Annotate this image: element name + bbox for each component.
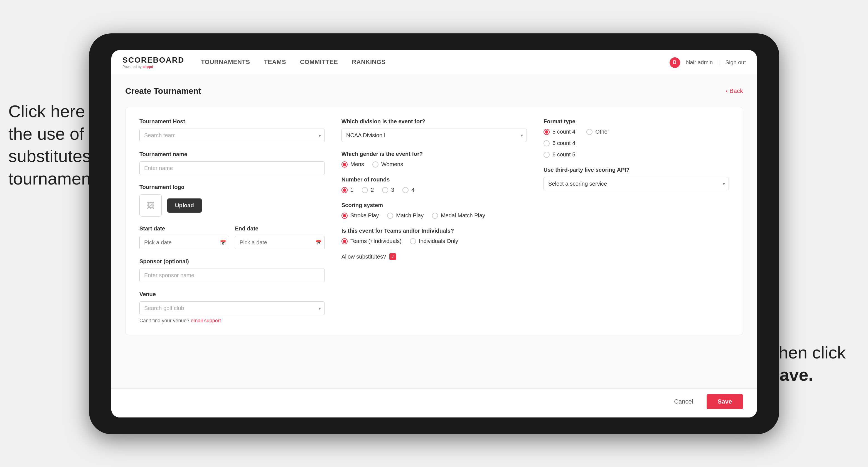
venue-input[interactable] <box>140 302 325 315</box>
rounds-4-radio[interactable] <box>402 187 408 193</box>
tournament-name-section: Tournament name <box>140 151 325 175</box>
rounds-section: Number of rounds 1 2 <box>341 177 527 193</box>
nav-links: TOURNAMENTS TEAMS COMMITTEE RANKINGS <box>201 58 669 67</box>
tournament-logo-section: Tournament logo 🖼 Upload <box>140 184 325 217</box>
teams-radio[interactable] <box>341 238 348 244</box>
gender-mens-radio[interactable] <box>341 161 348 167</box>
rounds-4-label: 4 <box>411 187 414 193</box>
scoring-medal-radio[interactable] <box>432 213 438 219</box>
col-3: Format type 5 count 4 Other <box>544 118 729 324</box>
scoring-api-section: Use third-party live scoring API? Select… <box>544 167 729 190</box>
back-link[interactable]: ‹ Back <box>726 87 743 95</box>
logo-upload-area: 🖼 Upload <box>140 194 325 217</box>
venue-email-link[interactable]: email support <box>191 318 221 323</box>
format-row-2: 6 count 4 <box>544 140 729 146</box>
sign-out-link[interactable]: Sign out <box>725 59 746 66</box>
end-date-section: End date 📅 <box>235 225 325 249</box>
teams-radio-group: Teams (+Individuals) Individuals Only <box>341 238 527 244</box>
nav-tournaments[interactable]: TOURNAMENTS <box>201 58 250 67</box>
scoring-match[interactable]: Match Play <box>387 212 424 219</box>
gender-womens-label: Womens <box>381 161 403 167</box>
individuals-radio[interactable] <box>410 238 416 244</box>
rounds-1-label: 1 <box>350 187 353 193</box>
cancel-button[interactable]: Cancel <box>666 394 701 409</box>
end-date-input[interactable] <box>235 236 325 249</box>
logo-placeholder: 🖼 <box>140 194 162 217</box>
start-date-label: Start date <box>140 225 229 232</box>
venue-hint: Can't find your venue? email support <box>140 318 325 324</box>
start-date-input[interactable] <box>140 236 229 249</box>
sponsor-input[interactable] <box>140 269 325 282</box>
teams-section: Is this event for Teams and/or Individua… <box>341 228 527 244</box>
start-date-section: Start date 📅 <box>140 225 229 249</box>
nav-rankings[interactable]: RANKINGS <box>352 58 385 67</box>
start-date-calendar-icon: 📅 <box>220 240 226 246</box>
scoring-match-radio[interactable] <box>387 213 393 219</box>
rounds-4[interactable]: 4 <box>402 187 414 193</box>
tournament-name-input[interactable] <box>140 161 325 175</box>
scoring-label: Scoring system <box>341 202 527 209</box>
nav-committee[interactable]: COMMITTEE <box>300 58 338 67</box>
scoring-service-select[interactable]: Select a scoring service <box>544 177 729 190</box>
nav-teams[interactable]: TEAMS <box>264 58 286 67</box>
tournament-name-label: Tournament name <box>140 151 325 158</box>
venue-label: Venue <box>140 291 325 298</box>
format-6count4-radio[interactable] <box>544 140 550 146</box>
individuals-only[interactable]: Individuals Only <box>410 238 458 244</box>
col-2: Which division is the event for? NCAA Di… <box>341 118 527 324</box>
logo-scoreboard: SCOREBOARD <box>122 56 184 64</box>
date-row: Start date 📅 End date <box>140 225 325 249</box>
division-label: Which division is the event for? <box>341 118 527 125</box>
scoring-stroke-label: Stroke Play <box>350 212 379 219</box>
format-5count4-radio[interactable] <box>544 129 550 135</box>
rounds-3-radio[interactable] <box>382 187 388 193</box>
tournament-host-wrap: ▾ <box>140 129 325 142</box>
nav-right: B blair admin | Sign out <box>670 57 746 68</box>
format-6count5-radio[interactable] <box>544 152 550 158</box>
rounds-1[interactable]: 1 <box>341 187 353 193</box>
tablet-device: SCOREBOARD Powered by clippd TOURNAMENTS… <box>89 33 779 434</box>
scoring-match-label: Match Play <box>396 212 424 219</box>
end-date-wrap: 📅 <box>235 236 325 249</box>
format-row-3: 6 count 5 <box>544 151 729 158</box>
sponsor-label: Sponsor (optional) <box>140 258 325 265</box>
gender-womens[interactable]: Womens <box>372 161 403 167</box>
scoring-section: Scoring system Stroke Play Match Play <box>341 202 527 219</box>
end-date-label: End date <box>235 225 325 232</box>
rounds-3[interactable]: 3 <box>382 187 394 193</box>
format-6count4[interactable]: 6 count 4 <box>544 140 575 146</box>
user-name: blair admin <box>686 59 713 66</box>
scoring-medal[interactable]: Medal Match Play <box>432 212 485 219</box>
scoring-stroke[interactable]: Stroke Play <box>341 212 379 219</box>
tablet-screen: SCOREBOARD Powered by clippd TOURNAMENTS… <box>111 50 757 417</box>
rounds-2-radio[interactable] <box>362 187 368 193</box>
save-button[interactable]: Save <box>707 394 743 409</box>
gender-womens-radio[interactable] <box>372 161 378 167</box>
rounds-3-label: 3 <box>391 187 394 193</box>
upload-button[interactable]: Upload <box>167 198 202 213</box>
format-label: Format type <box>544 118 729 125</box>
rounds-1-radio[interactable] <box>341 187 348 193</box>
substitutes-checkbox[interactable]: ✓ <box>389 253 396 260</box>
logo-powered: Powered by clippd <box>122 65 184 69</box>
format-6count5[interactable]: 6 count 5 <box>544 151 575 158</box>
annotation-right: Then click Save. <box>768 341 846 386</box>
format-other[interactable]: Other <box>586 129 609 135</box>
substitutes-label: Allow substitutes? <box>341 253 386 260</box>
scoring-stroke-radio[interactable] <box>341 213 348 219</box>
teams-plus-individuals[interactable]: Teams (+Individuals) <box>341 238 402 244</box>
gender-mens-label: Mens <box>350 161 364 167</box>
user-avatar: B <box>670 57 680 68</box>
rounds-2[interactable]: 2 <box>362 187 374 193</box>
form-grid: Tournament Host ▾ Tournament name Tourna <box>140 118 729 324</box>
scoring-api-label: Use third-party live scoring API? <box>544 167 729 173</box>
format-other-radio[interactable] <box>586 129 592 135</box>
division-select[interactable]: NCAA Division I <box>341 129 527 142</box>
gender-mens[interactable]: Mens <box>341 161 364 167</box>
rounds-label: Number of rounds <box>341 177 527 183</box>
format-5count4[interactable]: 5 count 4 <box>544 129 575 135</box>
tournament-host-section: Tournament Host ▾ <box>140 118 325 142</box>
scoring-service-wrap: Select a scoring service ▾ <box>544 177 729 190</box>
tournament-host-input[interactable] <box>140 129 325 142</box>
gender-radio-group: Mens Womens <box>341 161 527 167</box>
